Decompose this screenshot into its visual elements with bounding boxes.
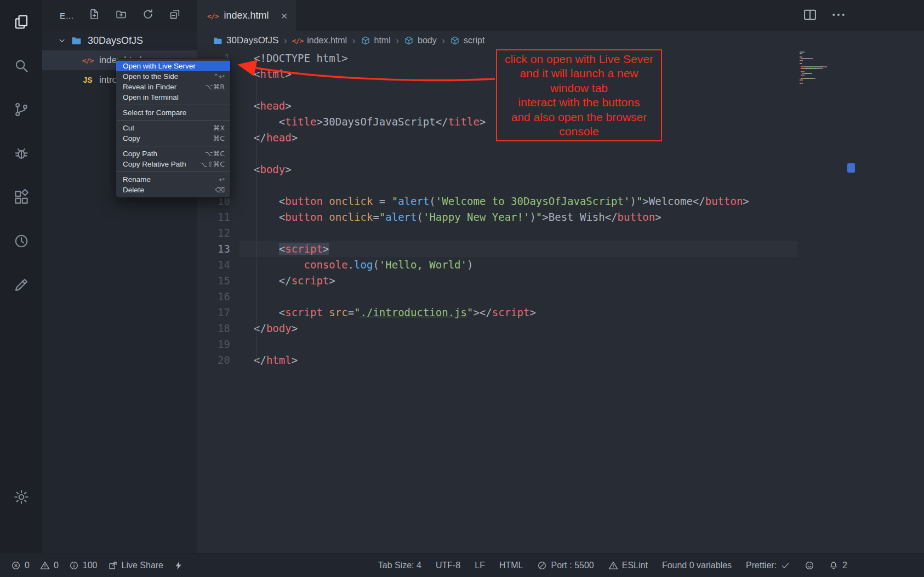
menu-item-label: Cut <box>123 124 204 132</box>
activity-timeline[interactable] <box>0 219 42 263</box>
code-line-9[interactable]: 9 <box>197 178 924 193</box>
activity-feedback[interactable] <box>0 263 42 307</box>
status-notifications[interactable]: 2 <box>829 561 847 570</box>
warning-icon <box>608 561 618 570</box>
activity-search[interactable] <box>0 44 42 88</box>
check-icon <box>780 561 790 570</box>
status-encoding-label: UTF-8 <box>436 561 460 570</box>
status-info-label: 100 <box>83 561 98 570</box>
files-icon <box>13 14 30 30</box>
line-number: 11 <box>197 209 230 225</box>
status-tab-size[interactable]: Tab Size: 4 <box>378 561 421 570</box>
status-left: 00100Live Share <box>11 561 184 570</box>
code-line-16[interactable]: 16 <box>197 289 924 305</box>
activity-explorer[interactable] <box>0 0 42 44</box>
status-port[interactable]: Port : 5500 <box>537 561 594 570</box>
line-number: 15 <box>197 273 230 289</box>
pen-icon <box>13 277 30 293</box>
annotation-line: and it will launch a new <box>497 66 661 81</box>
breadcrumb-script[interactable]: script <box>450 36 484 45</box>
status-quick-action[interactable] <box>174 561 184 570</box>
code-line-12[interactable]: 12 <box>197 225 924 241</box>
code-line-20[interactable]: 20</html> <box>197 352 924 368</box>
status-warnings[interactable]: 0 <box>40 561 59 570</box>
code-line-11[interactable]: 11 <button onclick="alert('Happy New Yea… <box>197 209 924 225</box>
breadcrumb-label: 30DaysOfJS <box>226 35 278 46</box>
more-actions-button[interactable] <box>831 7 846 25</box>
menu-item-delete[interactable]: Delete⌫ <box>116 185 230 195</box>
menu-item-copy-relative-path[interactable]: Copy Relative Path⌥⇧⌘C <box>116 159 230 169</box>
menu-item-rename[interactable]: Rename↩ <box>116 174 230 185</box>
code-text: </script> <box>254 273 335 289</box>
activity-extensions[interactable] <box>0 175 42 219</box>
status-notifications-label: 2 <box>842 561 847 570</box>
code-line-17[interactable]: 17 <script src="./introduction.js"></scr… <box>197 305 924 321</box>
status-bar: 00100Live Share Tab Size: 4UTF-8LFHTMLPo… <box>0 553 924 577</box>
menu-item-label: Copy Relative Path <box>123 160 191 168</box>
status-warnings-label: 0 <box>54 561 59 570</box>
status-language-mode[interactable]: HTML <box>499 561 523 570</box>
status-errors-label: 0 <box>25 561 30 570</box>
code-line-14[interactable]: 14 console.log('Hello, World') <box>197 257 924 273</box>
status-errors[interactable]: 0 <box>11 561 30 570</box>
code-line-7[interactable]: 7 <box>197 146 924 162</box>
menu-item-copy-path[interactable]: Copy Path⌥⌘C <box>116 148 230 159</box>
code-line-15[interactable]: 15 </script> <box>197 273 924 289</box>
source-control-icon <box>13 101 30 118</box>
code-text: <script src="./introduction.js"></script… <box>254 305 536 321</box>
menu-item-shortcut: ⌘C <box>213 134 225 142</box>
menu-item-label: Copy Path <box>123 150 196 158</box>
menu-item-open-to-the-side[interactable]: Open to the Side⌃↩ <box>116 71 230 82</box>
tab-close-slot[interactable]: × <box>281 10 288 21</box>
split-editor-button[interactable] <box>802 7 818 25</box>
status-port-label: Port : 5500 <box>551 561 594 570</box>
symbol-cube-icon <box>404 36 414 45</box>
activity-settings[interactable] <box>0 475 42 519</box>
breadcrumb-separator: › <box>391 35 404 47</box>
status-variables[interactable]: Found 0 variables <box>662 561 732 570</box>
indent-guide <box>256 66 256 362</box>
activity-run-debug[interactable] <box>0 132 42 175</box>
status-eol[interactable]: LF <box>475 561 485 570</box>
code-line-19[interactable]: 19 <box>197 336 924 352</box>
new-folder-button[interactable] <box>115 8 127 22</box>
breadcrumb-30daysofjs[interactable]: 30DaysOfJS <box>213 35 278 46</box>
menu-item-cut[interactable]: Cut⌘X <box>116 123 230 133</box>
menu-item-reveal-in-finder[interactable]: Reveal in Finder⌥⌘R <box>116 82 230 92</box>
breadcrumb-separator: › <box>278 35 292 47</box>
breadcrumb-body[interactable]: body <box>404 36 437 45</box>
activity-source-control[interactable] <box>0 88 42 132</box>
status-live-share[interactable]: Live Share <box>108 561 164 570</box>
status-eslint[interactable]: ESLint <box>608 561 648 570</box>
code-line-10[interactable]: 10 <button onclick = "alert('Welcome to … <box>197 193 924 209</box>
breadcrumb-html[interactable]: html <box>361 36 391 45</box>
code-line-18[interactable]: 18</body> <box>197 321 924 336</box>
status-tab-size-label: Tab Size: 4 <box>378 561 421 570</box>
line-number: 17 <box>197 305 230 321</box>
refresh-explorer-button[interactable] <box>142 8 154 22</box>
collapse-folders-button[interactable] <box>169 8 181 22</box>
breadcrumb-index-html[interactable]: </>index.html <box>292 36 347 45</box>
symbol-cube-icon <box>450 36 460 45</box>
new-file-button[interactable] <box>88 8 100 22</box>
refresh-icon <box>142 8 154 20</box>
status-prettier[interactable]: Prettier: <box>746 561 790 570</box>
menu-item-open-with-live-server[interactable]: Open with Live Server <box>116 61 230 71</box>
status-feedback-smiley[interactable] <box>805 561 814 570</box>
code-line-13[interactable]: 13 <script> <box>197 241 924 257</box>
split-icon <box>802 7 818 22</box>
code-line-8[interactable]: 8<body> <box>197 162 924 178</box>
menu-item-select-for-compare[interactable]: Select for Compare <box>116 107 230 118</box>
status-eslint-label: ESLint <box>622 561 648 570</box>
symbol-cube-icon <box>361 36 370 45</box>
breadcrumb-label: index.html <box>307 36 347 45</box>
menu-item-shortcut: ⌥⌘R <box>205 83 225 91</box>
status-info[interactable]: 100 <box>69 561 98 570</box>
tree-item-30daysofjs[interactable]: 30DaysOfJS <box>42 31 197 50</box>
status-encoding[interactable]: UTF-8 <box>436 561 460 570</box>
tab-index-html[interactable]: </> index.html × <box>197 0 297 31</box>
menu-item-open-in-terminal[interactable]: Open in Terminal <box>116 92 230 102</box>
code-text: <!DOCTYPE html> <box>254 50 348 66</box>
minimap[interactable] <box>797 50 847 116</box>
menu-item-copy[interactable]: Copy⌘C <box>116 133 230 144</box>
